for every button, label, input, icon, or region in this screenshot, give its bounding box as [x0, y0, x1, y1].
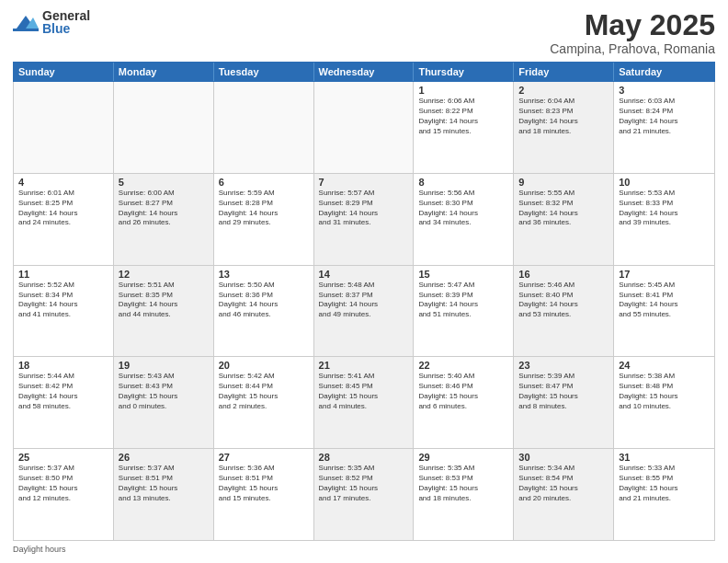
day-info: Sunrise: 6:00 AM Sunset: 8:27 PM Dayligh…: [119, 189, 209, 228]
day-number: 29: [418, 452, 508, 463]
cal-cell-24: 24Sunrise: 5:38 AM Sunset: 8:48 PM Dayli…: [614, 357, 714, 448]
header: General Blue May 2025 Campina, Prahova, …: [13, 9, 715, 56]
cal-cell-12: 12Sunrise: 5:51 AM Sunset: 8:35 PM Dayli…: [114, 266, 214, 357]
day-info: Sunrise: 5:38 AM Sunset: 8:48 PM Dayligh…: [619, 372, 710, 411]
day-info: Sunrise: 5:59 AM Sunset: 8:28 PM Dayligh…: [219, 189, 309, 228]
cal-header-cell-tuesday: Tuesday: [214, 63, 314, 81]
day-info: Sunrise: 5:46 AM Sunset: 8:40 PM Dayligh…: [518, 281, 609, 320]
title-section: May 2025 Campina, Prahova, Romania: [550, 9, 715, 56]
cal-cell-empty-0-3: [314, 82, 415, 173]
day-info: Sunrise: 5:57 AM Sunset: 8:29 PM Dayligh…: [319, 189, 409, 228]
cal-cell-4: 4Sunrise: 6:01 AM Sunset: 8:25 PM Daylig…: [14, 174, 114, 265]
day-number: 14: [319, 269, 409, 280]
cal-cell-3: 3Sunrise: 6:03 AM Sunset: 8:24 PM Daylig…: [614, 82, 714, 173]
cal-cell-21: 21Sunrise: 5:41 AM Sunset: 8:45 PM Dayli…: [314, 357, 415, 448]
cal-cell-8: 8Sunrise: 5:56 AM Sunset: 8:30 PM Daylig…: [414, 174, 514, 265]
day-number: 26: [119, 452, 209, 463]
day-number: 4: [18, 177, 108, 188]
cal-cell-empty-0-2: [214, 82, 314, 173]
cal-cell-15: 15Sunrise: 5:47 AM Sunset: 8:39 PM Dayli…: [414, 266, 514, 357]
cal-header-cell-friday: Friday: [514, 63, 614, 81]
day-info: Sunrise: 5:35 AM Sunset: 8:52 PM Dayligh…: [319, 464, 409, 503]
cal-cell-18: 18Sunrise: 5:44 AM Sunset: 8:42 PM Dayli…: [14, 357, 114, 448]
day-number: 3: [619, 85, 710, 96]
cal-cell-1: 1Sunrise: 6:06 AM Sunset: 8:22 PM Daylig…: [414, 82, 514, 173]
page: General Blue May 2025 Campina, Prahova, …: [0, 0, 728, 563]
cal-cell-empty-0-1: [114, 82, 214, 173]
day-info: Sunrise: 5:52 AM Sunset: 8:34 PM Dayligh…: [18, 281, 108, 320]
day-info: Sunrise: 5:41 AM Sunset: 8:45 PM Dayligh…: [319, 372, 409, 411]
cal-cell-13: 13Sunrise: 5:50 AM Sunset: 8:36 PM Dayli…: [214, 266, 314, 357]
cal-week-1: 1Sunrise: 6:06 AM Sunset: 8:22 PM Daylig…: [14, 82, 714, 174]
subtitle: Campina, Prahova, Romania: [550, 41, 715, 56]
cal-cell-5: 5Sunrise: 6:00 AM Sunset: 8:27 PM Daylig…: [114, 174, 214, 265]
cal-week-2: 4Sunrise: 6:01 AM Sunset: 8:25 PM Daylig…: [14, 174, 714, 266]
day-info: Sunrise: 5:51 AM Sunset: 8:35 PM Dayligh…: [119, 281, 209, 320]
cal-week-3: 11Sunrise: 5:52 AM Sunset: 8:34 PM Dayli…: [14, 266, 714, 358]
footer-text: Daylight hours: [13, 545, 66, 554]
cal-cell-26: 26Sunrise: 5:37 AM Sunset: 8:51 PM Dayli…: [114, 449, 214, 540]
cal-cell-6: 6Sunrise: 5:59 AM Sunset: 8:28 PM Daylig…: [214, 174, 314, 265]
cal-cell-empty-0-0: [14, 82, 114, 173]
day-number: 25: [18, 452, 108, 463]
day-info: Sunrise: 5:50 AM Sunset: 8:36 PM Dayligh…: [219, 281, 309, 320]
cal-header-cell-monday: Monday: [114, 63, 214, 81]
day-number: 18: [18, 360, 108, 371]
logo-text: General Blue: [42, 9, 90, 35]
cal-cell-28: 28Sunrise: 5:35 AM Sunset: 8:52 PM Dayli…: [314, 449, 415, 540]
day-info: Sunrise: 6:06 AM Sunset: 8:22 PM Dayligh…: [418, 97, 508, 136]
day-info: Sunrise: 5:36 AM Sunset: 8:51 PM Dayligh…: [219, 464, 309, 503]
calendar-body: 1Sunrise: 6:06 AM Sunset: 8:22 PM Daylig…: [13, 82, 715, 541]
footer: Daylight hours: [13, 545, 715, 554]
cal-cell-2: 2Sunrise: 6:04 AM Sunset: 8:23 PM Daylig…: [514, 82, 614, 173]
day-number: 20: [219, 360, 309, 371]
day-number: 6: [219, 177, 309, 188]
day-info: Sunrise: 5:53 AM Sunset: 8:33 PM Dayligh…: [619, 189, 710, 228]
cal-cell-25: 25Sunrise: 5:37 AM Sunset: 8:50 PM Dayli…: [14, 449, 114, 540]
cal-week-4: 18Sunrise: 5:44 AM Sunset: 8:42 PM Dayli…: [14, 357, 714, 449]
day-number: 15: [418, 269, 508, 280]
day-number: 5: [119, 177, 209, 188]
calendar-header-row: SundayMondayTuesdayWednesdayThursdayFrid…: [13, 62, 715, 82]
cal-header-cell-wednesday: Wednesday: [314, 63, 415, 81]
day-info: Sunrise: 6:03 AM Sunset: 8:24 PM Dayligh…: [619, 97, 710, 136]
day-number: 9: [518, 177, 609, 188]
cal-header-cell-thursday: Thursday: [414, 63, 514, 81]
cal-cell-14: 14Sunrise: 5:48 AM Sunset: 8:37 PM Dayli…: [314, 266, 415, 357]
day-number: 1: [418, 85, 508, 96]
cal-cell-17: 17Sunrise: 5:45 AM Sunset: 8:41 PM Dayli…: [614, 266, 714, 357]
day-info: Sunrise: 5:44 AM Sunset: 8:42 PM Dayligh…: [18, 372, 108, 411]
day-info: Sunrise: 5:35 AM Sunset: 8:53 PM Dayligh…: [418, 464, 508, 503]
day-info: Sunrise: 5:37 AM Sunset: 8:50 PM Dayligh…: [18, 464, 108, 503]
day-number: 28: [319, 452, 409, 463]
day-info: Sunrise: 6:01 AM Sunset: 8:25 PM Dayligh…: [18, 189, 108, 228]
main-title: May 2025: [550, 9, 715, 41]
day-number: 10: [619, 177, 710, 188]
day-info: Sunrise: 6:04 AM Sunset: 8:23 PM Dayligh…: [518, 97, 609, 136]
day-info: Sunrise: 5:34 AM Sunset: 8:54 PM Dayligh…: [518, 464, 609, 503]
day-info: Sunrise: 5:45 AM Sunset: 8:41 PM Dayligh…: [619, 281, 710, 320]
day-number: 19: [119, 360, 209, 371]
cal-cell-27: 27Sunrise: 5:36 AM Sunset: 8:51 PM Dayli…: [214, 449, 314, 540]
day-info: Sunrise: 5:37 AM Sunset: 8:51 PM Dayligh…: [119, 464, 209, 503]
cal-cell-10: 10Sunrise: 5:53 AM Sunset: 8:33 PM Dayli…: [614, 174, 714, 265]
day-info: Sunrise: 5:43 AM Sunset: 8:43 PM Dayligh…: [119, 372, 209, 411]
cal-cell-22: 22Sunrise: 5:40 AM Sunset: 8:46 PM Dayli…: [414, 357, 514, 448]
day-number: 11: [18, 269, 108, 280]
day-info: Sunrise: 5:40 AM Sunset: 8:46 PM Dayligh…: [418, 372, 508, 411]
calendar: SundayMondayTuesdayWednesdayThursdayFrid…: [13, 62, 715, 541]
day-number: 23: [518, 360, 609, 371]
cal-cell-19: 19Sunrise: 5:43 AM Sunset: 8:43 PM Dayli…: [114, 357, 214, 448]
day-info: Sunrise: 5:48 AM Sunset: 8:37 PM Dayligh…: [319, 281, 409, 320]
cal-cell-9: 9Sunrise: 5:55 AM Sunset: 8:32 PM Daylig…: [514, 174, 614, 265]
cal-cell-29: 29Sunrise: 5:35 AM Sunset: 8:53 PM Dayli…: [414, 449, 514, 540]
cal-cell-31: 31Sunrise: 5:33 AM Sunset: 8:55 PM Dayli…: [614, 449, 714, 540]
cal-cell-11: 11Sunrise: 5:52 AM Sunset: 8:34 PM Dayli…: [14, 266, 114, 357]
day-number: 16: [518, 269, 609, 280]
day-info: Sunrise: 5:33 AM Sunset: 8:55 PM Dayligh…: [619, 464, 710, 503]
cal-cell-30: 30Sunrise: 5:34 AM Sunset: 8:54 PM Dayli…: [514, 449, 614, 540]
logo-general-text: General: [42, 9, 90, 22]
day-info: Sunrise: 5:42 AM Sunset: 8:44 PM Dayligh…: [219, 372, 309, 411]
day-number: 21: [319, 360, 409, 371]
cal-header-cell-sunday: Sunday: [14, 63, 114, 81]
